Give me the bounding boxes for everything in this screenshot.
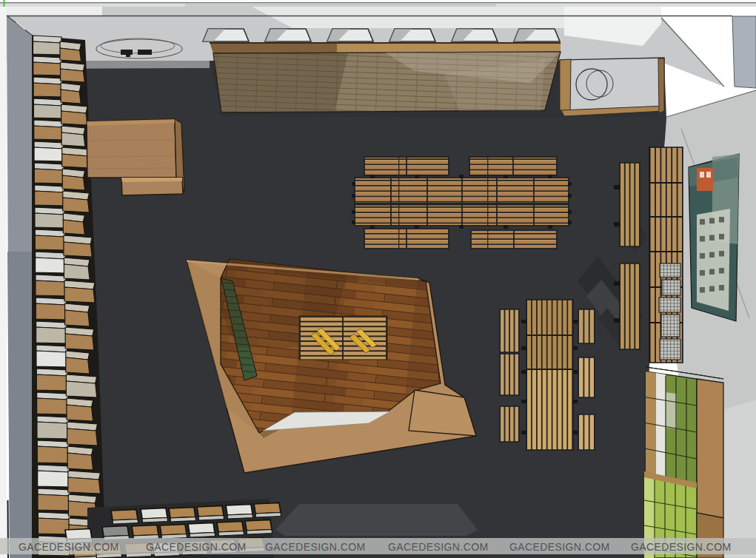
svg-text:GACEDESIGN.COM: GACEDESIGN.COM <box>146 541 247 553</box>
svg-text:GACEDESIGN.COM: GACEDESIGN.COM <box>388 541 489 553</box>
svg-text:GACEDESIGN.COM: GACEDESIGN.COM <box>631 541 732 553</box>
svg-text:GACEDESIGN.COM: GACEDESIGN.COM <box>265 541 366 553</box>
svg-text:GACEDESIGN.COM: GACEDESIGN.COM <box>509 541 610 553</box>
svg-text:GACEDESIGN.COM: GACEDESIGN.COM <box>19 541 119 553</box>
